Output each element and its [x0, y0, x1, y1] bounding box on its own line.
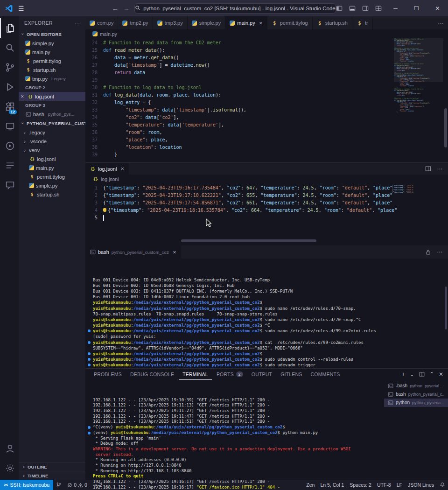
search-icon[interactable] — [0, 38, 19, 57]
panel-tab-debug-console[interactable]: DEBUG CONSOLE — [126, 369, 178, 380]
tab-startup.sh[interactable]: $startup.sh — [313, 16, 352, 29]
tab-com.py[interactable]: com.py — [85, 16, 118, 29]
outline-section[interactable]: › OUTLINE — [19, 462, 85, 471]
tree-item[interactable]: ›.vscode — [19, 137, 85, 146]
customize-layout-icon[interactable] — [372, 0, 385, 16]
code-token — [103, 130, 126, 135]
panel-tab-problems[interactable]: PROBLEMS — [90, 369, 126, 380]
remote-indicator[interactable]: >< SSH: tsukumoubu — [0, 480, 53, 490]
tab-log-jsonl[interactable]: {} log.jsonl ✕ — [85, 163, 129, 175]
tree-item[interactable]: ›.legacy — [19, 128, 85, 137]
code-token: location — [417, 75, 422, 76]
editor-scrollbar[interactable] — [444, 108, 447, 147]
panel-tab-label: COMMENTS — [311, 371, 340, 377]
back-icon[interactable]: ← — [112, 5, 119, 12]
git-branch-indicator[interactable] — [53, 480, 64, 490]
more-actions-icon[interactable]: ⋯ — [437, 249, 442, 255]
folder-root[interactable]: › PYTHON_PYSERIAL_CUST... — [19, 119, 85, 128]
run-debug-icon[interactable] — [0, 77, 19, 97]
tree-item[interactable]: {}log.jsonl — [19, 154, 85, 163]
remote-explorer-icon[interactable] — [0, 116, 19, 136]
toggle-panel-icon[interactable] — [346, 0, 359, 16]
tab-tr[interactable]: $tr — [352, 16, 373, 29]
close-icon[interactable]: ✕ — [21, 94, 25, 99]
extensions-icon[interactable]: 12 — [0, 97, 19, 116]
panel-tab-ports[interactable]: PORTS2 — [213, 369, 247, 380]
toggle-secondary-sidebar-icon[interactable] — [359, 0, 372, 16]
jsonl-breadcrumb[interactable]: {} log.jsonl — [85, 175, 448, 183]
close-panel-icon[interactable]: ✕ — [439, 371, 443, 378]
explorer-icon[interactable] — [0, 18, 19, 38]
comments-icon[interactable] — [0, 175, 19, 195]
maximize-panel-icon[interactable]: ⌃ — [429, 371, 434, 378]
new-terminal-icon[interactable]: + — [402, 371, 405, 378]
minimap[interactable]: # Function to read data from the CO2 met… — [394, 38, 443, 162]
scrollbar-thumb[interactable] — [181, 239, 316, 242]
terminal-output[interactable]: Bus 001 Device 004: ID 04d9:a052 Holtek … — [85, 259, 448, 368]
terminal-session-bash[interactable]: bashpython_pyserial_c... — [384, 390, 448, 399]
menu-icon[interactable]: ☰ — [18, 5, 24, 12]
tab-simple.py[interactable]: simple.py — [188, 16, 225, 29]
panel-tab-output[interactable]: OUTPUT — [248, 369, 276, 380]
forward-icon[interactable]: → — [123, 5, 130, 12]
tab-tmp3.py[interactable]: tmp3.py — [153, 16, 188, 29]
tab-overflow-button[interactable]: ⋯ — [434, 16, 448, 29]
source-control-icon[interactable] — [0, 57, 19, 77]
terminal-session-bash[interactable]: -bashpython_pyserial... — [384, 382, 448, 390]
tab-main.py[interactable]: main.py✕ — [225, 16, 267, 29]
open-editor-item[interactable]: simple.py — [19, 39, 85, 48]
terminal-session-python[interactable]: pythonpython_pyseria... — [384, 399, 448, 407]
breadcrumb-item[interactable]: main.py — [100, 31, 117, 37]
command-center-search[interactable]: python_pyserial_custom_co2 [SSH: tsukumo… — [134, 3, 336, 14]
timeline-section[interactable]: › TIMELINE — [19, 471, 85, 480]
horizontal-scrollbar[interactable] — [85, 239, 448, 243]
more-actions-icon[interactable]: ⋯ — [437, 166, 442, 172]
settings-icon[interactable] — [0, 458, 19, 478]
file-label: main.py — [36, 165, 54, 171]
live-share-icon[interactable] — [0, 136, 19, 155]
code-token: "2025-04-23T19:18:16.535784" — [147, 208, 226, 213]
open-editors-header[interactable]: › OPEN EDITORS — [19, 29, 85, 39]
tab-bash-terminal[interactable]: bash python_pyserial_custom_co2 ✕ — [85, 245, 181, 259]
close-icon[interactable]: ✕ — [259, 21, 263, 26]
tree-item[interactable]: ›venv — [19, 146, 85, 154]
panel-tab-terminal[interactable]: TERMINAL — [179, 369, 212, 380]
account-icon[interactable] — [0, 439, 19, 458]
tab-permit.ttylog[interactable]: $permit.ttylog — [267, 16, 313, 29]
outline-view-icon[interactable] — [0, 155, 19, 175]
panel-tab-gitlens[interactable]: GITLENS — [277, 369, 306, 380]
open-editor-item[interactable]: $startup.sh — [19, 65, 85, 74]
minimize-button[interactable]: ─ — [385, 0, 406, 16]
lock-icon[interactable] — [425, 249, 431, 255]
open-editor-item[interactable]: main.py — [19, 48, 85, 56]
maximize-button[interactable]: ☐ — [406, 0, 427, 16]
panel-tab-comments[interactable]: COMMENTS — [307, 369, 344, 380]
terminal-output-main[interactable]: 192.168.1.122 - - [23/Apr/2025 19:10:39]… — [85, 380, 384, 490]
tab-tmp2.py[interactable]: tmp2.py — [118, 16, 153, 29]
breadcrumb-item[interactable]: log.jsonl — [101, 176, 119, 182]
toggle-sidebar-icon[interactable] — [333, 0, 346, 16]
breadcrumb[interactable]: main.py — [85, 29, 448, 38]
split-editor-icon[interactable] — [425, 166, 431, 172]
tree-item[interactable]: $startup.sh — [19, 190, 85, 199]
close-button[interactable]: ✕ — [427, 0, 448, 16]
status-item-lf[interactable]: LF — [394, 482, 405, 488]
tree-item[interactable]: simple.py — [19, 181, 85, 190]
jsonl-editor[interactable]: 12345 {"timestamp": "2025-04-23T19:16:17… — [85, 183, 448, 239]
open-editor-item[interactable]: bashpython_pys... — [19, 110, 85, 119]
close-icon[interactable]: ✕ — [173, 250, 176, 255]
notifications-bell[interactable] — [437, 482, 448, 488]
tree-item[interactable]: main.py — [19, 163, 85, 172]
launch-profile-chevron-icon[interactable]: ⌄ — [410, 371, 414, 378]
open-editor-item[interactable]: tmp.pyLegacy — [19, 74, 85, 83]
more-actions-icon[interactable]: ⋯ — [75, 20, 80, 26]
split-terminal-icon[interactable] — [419, 371, 425, 377]
code-editor[interactable]: 24252627282930313233343536373839 # Funct… — [85, 38, 448, 162]
open-editor-item[interactable]: ✕{}log.jsonl — [19, 92, 85, 101]
status-item-json-lines[interactable]: JSON Lines — [405, 482, 437, 488]
open-editor-item[interactable]: $permit.ttylog — [19, 56, 85, 65]
code-token: ): — [422, 75, 424, 76]
tree-item[interactable]: $permit.ttylog — [19, 172, 85, 181]
close-icon[interactable]: ✕ — [120, 166, 124, 171]
python-file-icon — [25, 41, 30, 46]
